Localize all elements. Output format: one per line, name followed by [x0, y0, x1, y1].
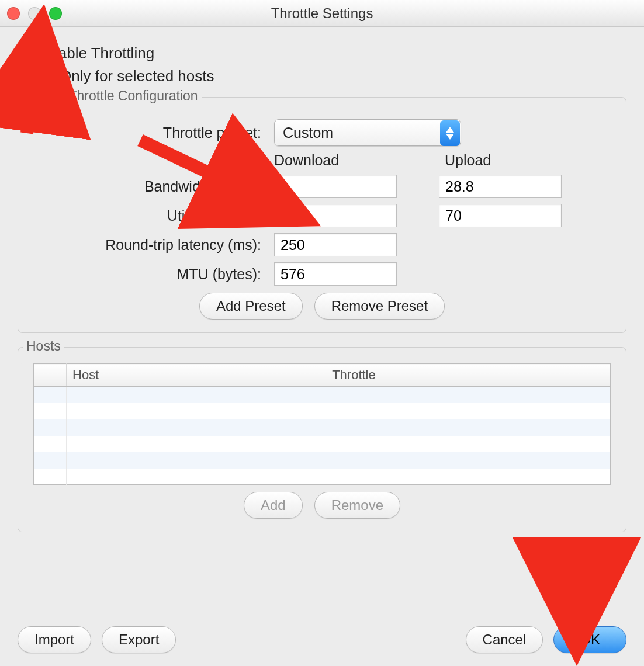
upload-column-header: Upload: [445, 152, 573, 169]
table-row: [34, 387, 611, 403]
rtt-label: Round-trip latency (ms):: [33, 237, 261, 254]
table-row: [34, 419, 611, 436]
window-title: Throttle Settings: [271, 5, 373, 22]
mtu-label: MTU (bytes):: [33, 266, 261, 283]
hosts-table-header-throttle[interactable]: Throttle: [326, 364, 611, 387]
window-body: Enable Throttling Only for selected host…: [0, 27, 644, 544]
traffic-lights: [7, 0, 62, 26]
download-column-header: Download: [274, 152, 403, 169]
utilisation-download-input[interactable]: [274, 204, 397, 227]
annotation-arrow-icon: [556, 537, 597, 613]
throttle-preset-value: Custom: [283, 124, 452, 141]
close-window-button[interactable]: [7, 7, 20, 20]
export-button[interactable]: Export: [102, 626, 176, 653]
throttle-preset-select[interactable]: Custom: [274, 119, 461, 146]
svg-marker-0: [446, 127, 454, 133]
bandwidth-download-input[interactable]: [274, 175, 397, 198]
bandwidth-upload-input[interactable]: [439, 175, 562, 198]
bandwidth-label: Bandwidth (kbps):: [33, 178, 261, 195]
add-preset-button[interactable]: Add Preset: [199, 293, 303, 320]
rtt-input[interactable]: [274, 233, 397, 256]
zoom-window-button[interactable]: [49, 7, 62, 20]
enable-throttling-row: Enable Throttling: [18, 44, 626, 63]
hosts-group-title: Hosts: [23, 338, 64, 354]
hosts-group: Hosts Host Throttle: [18, 347, 626, 532]
only-selected-hosts-label: Only for selected hosts: [60, 67, 214, 85]
remove-preset-button[interactable]: Remove Preset: [314, 293, 445, 320]
add-host-button[interactable]: Add: [244, 492, 303, 519]
minimize-window-button[interactable]: [28, 7, 41, 20]
utilisation-label: Utilisation (%):: [33, 207, 261, 224]
table-row: [34, 436, 611, 452]
table-row: [34, 403, 611, 419]
hosts-table: Host Throttle: [33, 363, 611, 485]
cancel-button[interactable]: Cancel: [466, 626, 543, 653]
enable-throttling-checkbox[interactable]: [18, 46, 33, 61]
hosts-table-header-host[interactable]: Host: [67, 364, 326, 387]
ok-button[interactable]: OK: [553, 626, 626, 653]
utilisation-upload-input[interactable]: [439, 204, 562, 227]
import-button[interactable]: Import: [18, 626, 91, 653]
dialog-footer: Import Export Cancel OK: [0, 626, 644, 653]
mtu-input[interactable]: [274, 262, 397, 286]
only-selected-hosts-checkbox[interactable]: [37, 69, 53, 84]
throttle-preset-label: Throttle preset:: [33, 124, 261, 141]
titlebar: Throttle Settings: [0, 0, 644, 27]
global-throttle-group: Global Throttle Configuration Throttle p…: [18, 97, 626, 333]
select-arrows-icon: [440, 120, 460, 146]
global-throttle-title: Global Throttle Configuration: [23, 88, 202, 104]
table-row: [34, 452, 611, 469]
only-selected-hosts-row: Only for selected hosts: [37, 67, 626, 85]
enable-throttling-label: Enable Throttling: [40, 44, 154, 63]
svg-marker-1: [446, 134, 454, 140]
remove-host-button[interactable]: Remove: [314, 492, 400, 519]
hosts-table-header-enable[interactable]: [34, 364, 67, 387]
table-row: [34, 469, 611, 485]
